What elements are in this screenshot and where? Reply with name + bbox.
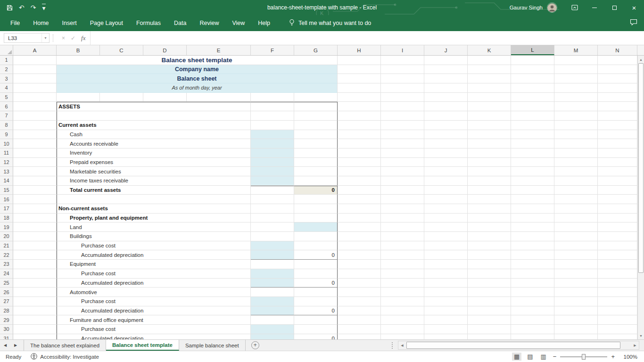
row-header-12[interactable]: 12 (0, 158, 13, 167)
cell-C5[interactable] (100, 93, 143, 102)
zoom-in-icon[interactable]: + (611, 353, 615, 360)
column-header-A[interactable]: A (13, 45, 57, 55)
cell-B25[interactable]: Accumulated depreciation (57, 279, 251, 288)
cell-L3[interactable] (511, 74, 554, 83)
row-header-1[interactable]: 1 (0, 56, 13, 65)
cell-H16[interactable] (338, 195, 381, 204)
cell-J21[interactable] (424, 241, 468, 251)
sheet-tab-sample-balance-sheet[interactable]: Sample balance sheet (179, 340, 246, 351)
cell-B17[interactable]: Non-current assets (57, 204, 251, 214)
cell-M5[interactable] (554, 93, 598, 102)
cell-B12[interactable]: Prepaid expenses (57, 158, 251, 167)
row-header-20[interactable]: 20 (0, 232, 13, 241)
cell-I26[interactable] (381, 288, 424, 297)
cell-A8[interactable] (13, 121, 57, 130)
cell-K24[interactable] (468, 269, 511, 279)
cell-J1[interactable] (424, 56, 468, 65)
row-header-30[interactable]: 30 (0, 325, 13, 334)
row-header-4[interactable]: 4 (0, 83, 13, 93)
row-header-24[interactable]: 24 (0, 269, 13, 279)
cell-F17[interactable] (251, 204, 294, 214)
cell-B13[interactable]: Marketable securities (57, 167, 251, 176)
cell-K13[interactable] (468, 167, 511, 176)
cell-G23[interactable] (294, 260, 338, 269)
cell-G11[interactable] (294, 148, 338, 158)
ribbon-tab-formulas[interactable]: Formulas (130, 15, 167, 31)
cell-N16[interactable] (598, 195, 637, 204)
cell-H31[interactable] (338, 334, 381, 339)
cell-F13[interactable] (251, 167, 294, 176)
cell-L2[interactable] (511, 65, 554, 74)
cell-F24[interactable] (251, 269, 294, 279)
row-header-21[interactable]: 21 (0, 241, 13, 251)
cell-N22[interactable] (598, 250, 637, 260)
cell-N20[interactable] (598, 232, 637, 241)
cell-B2[interactable]: Company name (57, 65, 338, 74)
normal-view-icon[interactable]: ▦ (512, 353, 521, 361)
cell-I4[interactable] (381, 83, 424, 93)
cell-H8[interactable] (338, 121, 381, 130)
cell-M26[interactable] (554, 288, 598, 297)
cell-G5[interactable] (294, 93, 338, 102)
cell-A21[interactable] (13, 241, 57, 251)
cell-G25[interactable]: 0 (294, 279, 338, 288)
cell-H26[interactable] (338, 288, 381, 297)
cell-G31[interactable]: 0 (294, 334, 338, 339)
cell-J11[interactable] (424, 148, 468, 158)
cell-A12[interactable] (13, 158, 57, 167)
cell-N9[interactable] (598, 130, 637, 140)
cell-K26[interactable] (468, 288, 511, 297)
cell-L28[interactable] (511, 306, 554, 316)
cell-B4[interactable]: As of month day, year (57, 83, 338, 93)
name-box-dropdown-icon[interactable]: ▾ (41, 33, 49, 42)
cell-G28[interactable]: 0 (294, 306, 338, 316)
column-header-G[interactable]: G (294, 45, 338, 55)
cell-J22[interactable] (424, 250, 468, 260)
cell-N12[interactable] (598, 158, 637, 167)
cell-H12[interactable] (338, 158, 381, 167)
cell-I3[interactable] (381, 74, 424, 83)
cell-B1[interactable]: Balance sheet template (57, 56, 338, 65)
cell-M17[interactable] (554, 204, 598, 214)
cell-J9[interactable] (424, 130, 468, 140)
cell-G29[interactable] (294, 315, 338, 325)
row-header-16[interactable]: 16 (0, 195, 13, 204)
cell-H30[interactable] (338, 325, 381, 334)
cell-F21[interactable] (251, 241, 294, 251)
cell-A28[interactable] (13, 306, 57, 316)
cell-A22[interactable] (13, 250, 57, 260)
tell-me[interactable]: Tell me what you want to do (289, 19, 371, 28)
enter-icon[interactable]: ✓ (71, 35, 75, 41)
cell-D5[interactable] (143, 93, 187, 102)
cell-N5[interactable] (598, 93, 637, 102)
close-icon[interactable]: × (624, 0, 644, 15)
cell-M12[interactable] (554, 158, 598, 167)
cell-L22[interactable] (511, 250, 554, 260)
zoom-level[interactable]: 100% (622, 354, 637, 360)
cell-J27[interactable] (424, 297, 468, 306)
cell-H15[interactable] (338, 186, 381, 195)
ribbon-tab-insert[interactable]: Insert (56, 15, 83, 31)
cell-F7[interactable] (251, 111, 294, 121)
row-header-2[interactable]: 2 (0, 65, 13, 74)
cell-K3[interactable] (468, 74, 511, 83)
select-all-corner[interactable] (0, 45, 13, 55)
cell-K8[interactable] (468, 121, 511, 130)
cell-H28[interactable] (338, 306, 381, 316)
cell-L10[interactable] (511, 139, 554, 148)
cell-M15[interactable] (554, 186, 598, 195)
cell-N17[interactable] (598, 204, 637, 214)
cell-G18[interactable] (294, 214, 338, 223)
maximize-icon[interactable] (604, 0, 624, 15)
cell-K28[interactable] (468, 306, 511, 316)
cell-H17[interactable] (338, 204, 381, 214)
cell-L4[interactable] (511, 83, 554, 93)
cell-L24[interactable] (511, 269, 554, 279)
minimize-icon[interactable] (585, 0, 604, 15)
cell-A11[interactable] (13, 148, 57, 158)
cell-H2[interactable] (338, 65, 381, 74)
cell-I30[interactable] (381, 325, 424, 334)
customize-quick-access-toolbar-icon[interactable]: ▾ (42, 4, 45, 11)
cell-B31[interactable]: Accumulated depreciation (57, 334, 251, 339)
cell-A30[interactable] (13, 325, 57, 334)
